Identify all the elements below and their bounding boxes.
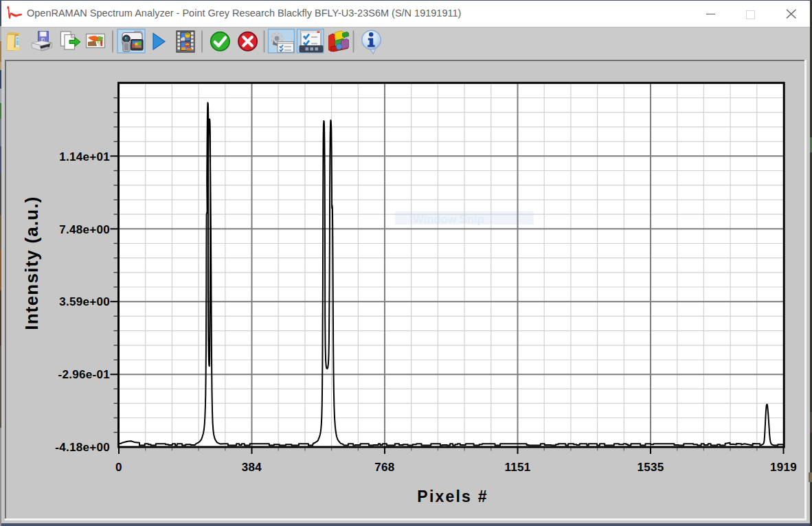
svg-text:1919: 1919 xyxy=(770,461,797,474)
svg-text:384: 384 xyxy=(242,461,262,474)
svg-text:-4.18e+00: -4.18e+00 xyxy=(55,441,110,454)
svg-text:Intensity (a.u.): Intensity (a.u.) xyxy=(21,196,42,330)
svg-text:1151: 1151 xyxy=(504,461,530,474)
svg-text:0: 0 xyxy=(115,461,122,474)
svg-text:7.48e+00: 7.48e+00 xyxy=(59,223,110,236)
svg-text:768: 768 xyxy=(374,461,394,474)
svg-text:1.14e+01: 1.14e+01 xyxy=(59,150,110,163)
svg-text:3.59e+00: 3.59e+00 xyxy=(59,295,110,308)
svg-text:1535: 1535 xyxy=(637,461,664,474)
svg-text:-2.96e-01: -2.96e-01 xyxy=(58,368,110,381)
svg-text:Pixels #: Pixels # xyxy=(417,488,488,505)
